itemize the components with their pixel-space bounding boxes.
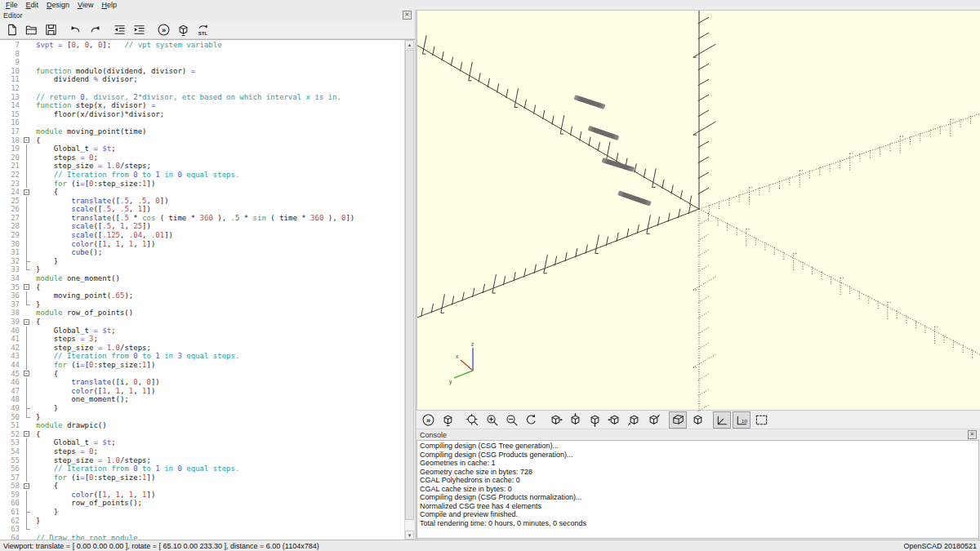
fold-margin[interactable] xyxy=(23,222,32,231)
fold-margin[interactable] xyxy=(23,473,32,482)
fold-margin[interactable] xyxy=(23,421,32,430)
scroll-up-icon[interactable]: ▲ xyxy=(405,40,414,49)
fold-margin[interactable] xyxy=(23,491,32,500)
fold-margin[interactable] xyxy=(23,162,32,171)
editor-close-icon[interactable]: ✕ xyxy=(403,11,412,20)
menu-help[interactable]: Help xyxy=(97,1,121,9)
fold-margin[interactable] xyxy=(23,101,32,110)
menu-design[interactable]: Design xyxy=(42,1,74,9)
fold-margin[interactable] xyxy=(23,144,32,153)
3d-viewport[interactable]: xyz xyxy=(416,10,980,411)
preview-button[interactable]: » xyxy=(419,411,437,429)
fold-margin[interactable] xyxy=(23,525,32,534)
fold-margin[interactable] xyxy=(23,75,32,84)
show-scale-button[interactable]: 10 xyxy=(733,411,751,429)
fold-margin[interactable] xyxy=(23,257,32,266)
fold-margin[interactable] xyxy=(23,50,32,59)
fold-margin[interactable] xyxy=(23,413,32,422)
fold-margin[interactable]: - xyxy=(23,430,32,439)
fold-margin[interactable] xyxy=(23,352,32,361)
zoom-all-button[interactable] xyxy=(463,411,481,429)
fold-margin[interactable] xyxy=(23,344,32,353)
code-editor[interactable]: 7$vpt = [0, 0, 0]; // vpt system variabl… xyxy=(0,40,404,540)
fold-margin[interactable] xyxy=(23,517,32,526)
view-front-button[interactable] xyxy=(625,411,643,429)
fold-margin[interactable]: - xyxy=(23,482,32,491)
fold-margin[interactable] xyxy=(23,214,32,223)
fold-margin[interactable]: - xyxy=(23,283,32,292)
console-output[interactable]: Compiling design (CSG Tree generation)..… xyxy=(416,440,979,539)
line-number: 60 xyxy=(0,499,23,508)
view-top-button[interactable] xyxy=(566,411,584,429)
fold-margin[interactable] xyxy=(23,274,32,283)
fold-margin[interactable] xyxy=(23,387,32,396)
render-button[interactable] xyxy=(174,21,192,38)
fold-margin[interactable] xyxy=(23,335,32,344)
zoom-in-button[interactable] xyxy=(483,411,501,429)
orthogonal-button[interactable] xyxy=(688,411,706,429)
perspective-button[interactable] xyxy=(669,411,687,429)
view-back-button[interactable] xyxy=(644,411,662,429)
fold-margin[interactable] xyxy=(23,447,32,456)
view-bottom-button[interactable] xyxy=(586,411,604,429)
fold-margin[interactable] xyxy=(23,118,32,127)
fold-margin[interactable] xyxy=(23,378,32,387)
fold-margin[interactable] xyxy=(23,67,32,76)
menu-file[interactable]: File xyxy=(2,1,22,9)
fold-margin[interactable] xyxy=(23,395,32,404)
preview-button[interactable]: » xyxy=(154,21,172,38)
fold-margin[interactable] xyxy=(23,180,32,189)
fold-margin[interactable] xyxy=(23,197,32,206)
fold-margin[interactable] xyxy=(23,240,32,249)
fold-margin[interactable] xyxy=(23,127,32,136)
fold-margin[interactable] xyxy=(23,438,32,447)
fold-margin[interactable] xyxy=(23,464,32,473)
save-button[interactable] xyxy=(42,21,60,38)
redo-button[interactable] xyxy=(86,21,104,38)
menu-edit[interactable]: Edit xyxy=(22,1,43,9)
fold-margin[interactable] xyxy=(23,499,32,508)
fold-margin[interactable]: - xyxy=(23,136,32,145)
reset-view-button[interactable] xyxy=(522,411,540,429)
fold-margin[interactable] xyxy=(23,84,32,93)
scrollbar-thumb[interactable] xyxy=(405,50,414,520)
fold-margin[interactable] xyxy=(23,361,32,370)
fold-margin[interactable] xyxy=(23,153,32,162)
show-axes-button[interactable] xyxy=(713,411,731,429)
fold-margin[interactable] xyxy=(23,110,32,119)
new-button[interactable] xyxy=(2,21,20,38)
indent-button[interactable] xyxy=(130,21,148,38)
render-button[interactable] xyxy=(439,411,457,429)
fold-margin[interactable] xyxy=(23,205,32,214)
fold-margin[interactable] xyxy=(23,456,32,465)
scroll-down-icon[interactable]: ▼ xyxy=(405,531,414,540)
fold-margin[interactable] xyxy=(23,171,32,180)
fold-margin[interactable] xyxy=(23,300,32,309)
fold-margin[interactable] xyxy=(23,327,32,335)
fold-margin[interactable] xyxy=(23,291,32,300)
fold-margin[interactable] xyxy=(23,231,32,240)
fold-margin[interactable]: - xyxy=(23,318,32,327)
zoom-out-button[interactable] xyxy=(502,411,520,429)
fold-margin[interactable] xyxy=(23,41,32,50)
menu-view[interactable]: View xyxy=(74,1,97,9)
fold-margin[interactable] xyxy=(23,508,32,517)
fold-margin[interactable] xyxy=(23,404,32,413)
fold-margin[interactable] xyxy=(23,309,32,318)
fold-margin[interactable]: - xyxy=(23,188,32,197)
view-left-button[interactable] xyxy=(605,411,623,429)
view-right-button[interactable] xyxy=(546,411,564,429)
editor-scrollbar[interactable]: ▲ ▼ xyxy=(404,40,415,540)
fold-margin[interactable] xyxy=(23,265,32,274)
undo-button[interactable] xyxy=(66,21,84,38)
fold-margin[interactable] xyxy=(23,93,32,102)
fold-margin[interactable] xyxy=(23,248,32,257)
fold-margin[interactable] xyxy=(23,58,32,67)
open-button[interactable] xyxy=(22,21,40,38)
unindent-button[interactable] xyxy=(110,21,128,38)
view-all-button[interactable] xyxy=(752,411,770,429)
fold-margin[interactable]: - xyxy=(23,370,32,379)
fold-margin[interactable] xyxy=(23,534,32,540)
console-close-icon[interactable]: ✕ xyxy=(968,430,977,439)
export-stl-button[interactable]: STL xyxy=(194,21,212,38)
